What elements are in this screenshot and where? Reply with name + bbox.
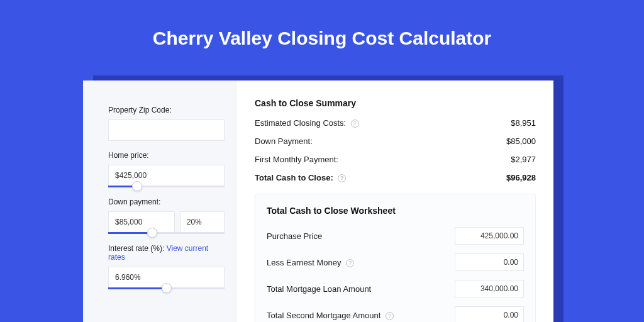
worksheet-row-input[interactable] (455, 253, 524, 271)
summary-row-value: $8,951 (511, 118, 536, 128)
worksheet-heading: Total Cash to Close Worksheet (267, 206, 524, 216)
summary-row-label: First Monthly Payment: (255, 155, 338, 164)
down-payment-label: Down payment: (108, 197, 225, 206)
summary-row-value: $85,000 (506, 136, 536, 146)
interest-rate-label: Interest rate (%): View current rates (108, 244, 225, 262)
home-price-label: Home price: (108, 151, 225, 160)
summary-heading: Cash to Close Summary (255, 98, 536, 108)
summary-row: Down Payment: $85,000 (255, 136, 536, 146)
summary-total-label: Total Cash to Close: ? (255, 173, 346, 182)
worksheet-row: Purchase Price (267, 227, 524, 245)
worksheet-row: Total Second Mortgage Amount ? (267, 306, 524, 322)
worksheet-row-input[interactable] (455, 280, 524, 297)
zip-label: Property Zip Code: (108, 106, 225, 114)
interest-rate-slider[interactable] (108, 287, 225, 289)
slider-thumb[interactable] (147, 228, 157, 238)
slider-fill (108, 287, 167, 289)
summary-total-value: $96,928 (506, 173, 536, 182)
interest-rate-field: Interest rate (%): View current rates (108, 244, 225, 289)
home-price-field: Home price: (108, 151, 225, 187)
interest-rate-label-text: Interest rate (%): (108, 244, 167, 253)
down-payment-input[interactable] (108, 211, 175, 233)
results-area: Cash to Close Summary Estimated Closing … (237, 80, 553, 322)
worksheet-row: Total Mortgage Loan Amount (267, 280, 524, 297)
label-text: Total Second Mortgage Amount (267, 311, 380, 320)
home-price-input[interactable] (108, 165, 225, 186)
help-icon[interactable]: ? (386, 312, 394, 320)
down-payment-slider[interactable] (108, 232, 225, 234)
home-price-slider[interactable] (108, 186, 225, 187)
calculator-card: Property Zip Code: Home price: Down paym… (83, 80, 553, 322)
help-icon[interactable]: ? (346, 259, 354, 267)
worksheet-row: Less Earnest Money ? (267, 253, 524, 271)
slider-thumb[interactable] (132, 181, 142, 191)
cash-to-close-summary: Cash to Close Summary Estimated Closing … (255, 98, 536, 182)
worksheet-row-label: Purchase Price (267, 231, 322, 241)
slider-fill (108, 232, 152, 234)
summary-row-label: Down Payment: (255, 136, 313, 146)
worksheet-row-label: Total Second Mortgage Amount ? (267, 311, 394, 320)
label-text: Total Cash to Close: (255, 173, 333, 182)
summary-row-value: $2,977 (511, 155, 536, 164)
slider-thumb[interactable] (162, 283, 172, 293)
worksheet-row-label: Total Mortgage Loan Amount (267, 284, 371, 294)
label-text: Estimated Closing Costs: (255, 118, 346, 128)
inputs-sidebar: Property Zip Code: Home price: Down paym… (83, 80, 237, 322)
help-icon[interactable]: ? (338, 174, 346, 182)
worksheet-row-input[interactable] (455, 306, 524, 322)
help-icon[interactable]: ? (351, 119, 359, 128)
page-background: Cherry Valley Closing Cost Calculator Pr… (0, 0, 644, 322)
summary-row: First Monthly Payment: $2,977 (255, 155, 536, 164)
summary-row: Estimated Closing Costs: ? $8,951 (255, 118, 536, 128)
worksheet-row-input[interactable] (455, 227, 524, 245)
worksheet-panel: Total Cash to Close Worksheet Purchase P… (255, 194, 536, 322)
worksheet-row-label: Less Earnest Money ? (267, 258, 354, 267)
zip-field: Property Zip Code: (108, 106, 225, 141)
label-text: Less Earnest Money (267, 258, 341, 267)
summary-row-label: Estimated Closing Costs: ? (255, 118, 359, 128)
zip-input[interactable] (108, 119, 225, 141)
summary-total-row: Total Cash to Close: ? $96,928 (255, 173, 536, 182)
down-payment-field: Down payment: (108, 197, 225, 234)
down-payment-pct-input[interactable] (180, 211, 225, 233)
page-title: Cherry Valley Closing Cost Calculator (0, 0, 644, 49)
